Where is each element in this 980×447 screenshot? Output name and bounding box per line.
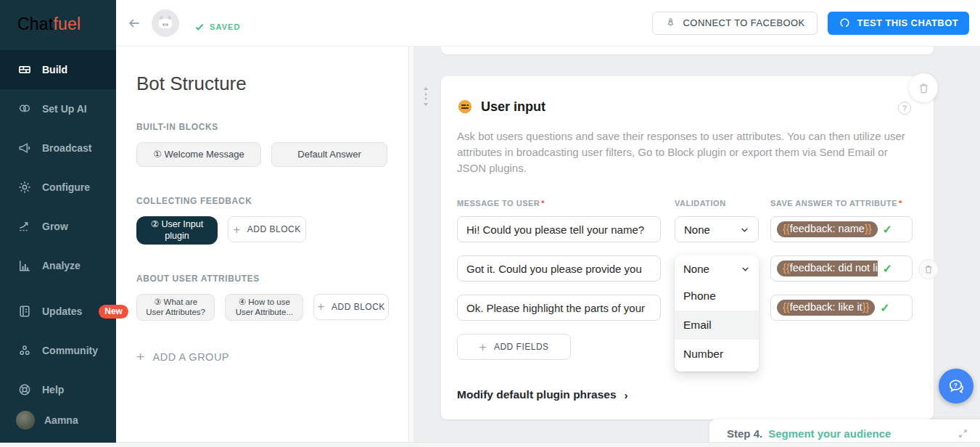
user-avatar (16, 411, 35, 430)
sidebar-item-build[interactable]: Build (0, 50, 116, 89)
sidebar-item-label: Updates (42, 305, 82, 317)
validation-select[interactable]: None (675, 216, 759, 242)
dropdown-option-email[interactable]: Email (675, 311, 759, 340)
save-answer-to-attribute-field[interactable]: {{feedback: like it}} ✓ (770, 295, 913, 321)
section-heading-collecting-feedback: COLLECTING FEEDBACK (136, 196, 389, 206)
step-number: Step 4. (727, 427, 762, 440)
dropdown-option-number[interactable]: Number (675, 340, 759, 369)
help-chat-button[interactable]: ? (939, 369, 973, 403)
delete-row-button[interactable] (918, 259, 939, 279)
back-arrow-icon[interactable] (126, 15, 142, 31)
chevron-down-icon (740, 225, 749, 234)
sidebar-item-updates[interactable]: Updates New (0, 292, 116, 331)
plugin-help-icon[interactable]: ? (898, 102, 911, 115)
save-answer-to-attribute-field[interactable]: {{feedback: name}} ✓ (770, 216, 913, 242)
attribute-pill[interactable]: {{feedback: did not li (777, 261, 878, 276)
message-to-user-input[interactable] (457, 255, 661, 282)
delete-plugin-button[interactable] (909, 73, 938, 102)
updates-journal-icon (17, 304, 32, 319)
community-icon (17, 343, 32, 358)
ai-brain-icon (17, 102, 32, 116)
sidebar-nav: Build Set Up AI Broadcast Configure (0, 50, 116, 409)
block-user-input-plugin-selected[interactable]: ② User Input plugin (136, 216, 218, 245)
block-what-are-user-attributes[interactable]: ③ What are User Attributes? (136, 294, 215, 321)
step-link[interactable]: Segment your audience (768, 427, 891, 440)
bot-avatar[interactable] (152, 9, 179, 37)
bot-structure-panel: Bot Structure BUILT-IN BLOCKS ① Welcome … (116, 46, 413, 443)
message-to-user-input[interactable] (457, 295, 661, 321)
block-label: User Input plugin (162, 219, 204, 241)
block-number: ② (151, 219, 162, 229)
sidebar-item-community[interactable]: Community (0, 331, 116, 370)
sidebar-item-broadcast[interactable]: Broadcast (0, 128, 116, 168)
connect-to-facebook-button[interactable]: CONNECT TO FACEBOOK (652, 12, 818, 35)
required-mark: * (541, 199, 545, 208)
valid-check-icon: ✓ (880, 301, 889, 315)
sidebar-item-label: Set Up AI (42, 103, 87, 115)
sidebar-item-label: Analyze (42, 260, 81, 271)
add-fields-button[interactable]: + ADD FIELDS (457, 334, 571, 360)
block-default-answer[interactable]: Default Answer (271, 142, 387, 167)
expand-icon[interactable] (958, 428, 968, 439)
add-fields-label: ADD FIELDS (494, 342, 549, 352)
modify-link-label: Modify default plugin phrases (457, 388, 617, 401)
dropdown-option-label: None (683, 263, 709, 275)
dropdown-option-phone[interactable]: Phone (675, 282, 759, 311)
block-how-to-use-user-attribute[interactable]: ④ How to use User Attribute... (225, 294, 303, 321)
validation-dropdown-selected[interactable]: None (675, 255, 759, 282)
horizontal-scrollbar[interactable] (0, 442, 980, 447)
modify-default-plugin-phrases-link[interactable]: Modify default plugin phrases › (457, 388, 628, 401)
app-screen: Chatfuel Build Set Up AI Broadcast (0, 0, 980, 447)
column-label-message: MESSAGE TO USER* (457, 199, 545, 208)
sidebar-item-configure[interactable]: Configure (0, 168, 116, 207)
block-label: Default Answer (297, 149, 361, 161)
robot-face-icon (156, 14, 175, 33)
chevron-down-icon (741, 264, 750, 274)
test-this-chatbot-button[interactable]: TEST THIS CHATBOT (828, 12, 969, 35)
growth-arrow-icon (17, 219, 32, 234)
block-number: ① (153, 149, 164, 160)
attribute-pill[interactable]: {{feedback: name}} (777, 221, 878, 237)
plus-icon: + (479, 341, 486, 353)
sidebar-item-label: Broadcast (42, 142, 91, 154)
sidebar-item-grow[interactable]: Grow (0, 207, 116, 246)
user-input-plugin-icon (457, 99, 473, 115)
sidebar-item-set-up-ai[interactable]: Set Up AI (0, 89, 116, 128)
add-block-button[interactable]: + ADD BLOCK (313, 294, 389, 320)
plugin-header: User input (457, 99, 545, 115)
sidebar-user-account[interactable]: Aamna (0, 401, 116, 440)
attribute-pill[interactable]: {{feedback: like it}} (777, 300, 875, 316)
chevron-right-icon: › (625, 389, 628, 401)
add-block-button[interactable]: + ADD BLOCK (228, 216, 306, 242)
logo-fuel: fuel (53, 15, 81, 33)
megaphone-icon (17, 141, 32, 155)
block-welcome-message[interactable]: ① Welcome Message (136, 142, 261, 167)
new-badge: New (99, 305, 128, 319)
saved-label: SAVED (210, 22, 241, 31)
plus-icon: + (318, 300, 325, 313)
top-header: SAVED CONNECT TO FACEBOOK TEST THIS CHAT… (116, 0, 980, 46)
about-user-attributes-row: ③ What are User Attributes? ④ How to use… (136, 294, 389, 321)
panel-scrollbar[interactable] (408, 46, 413, 443)
valid-check-icon: ✓ (883, 223, 892, 237)
add-a-group-button[interactable]: + ADD A GROUP (136, 350, 389, 364)
drag-handle-icon[interactable] (421, 86, 431, 110)
add-block-label: ADD BLOCK (247, 224, 301, 234)
column-label-attribute: SAVE ANSWER TO ATTRIBUTE* (770, 199, 902, 208)
user-name: Aamna (44, 414, 78, 426)
test-this-chatbot-label: TEST THIS CHATBOT (857, 17, 958, 28)
validation-dropdown-menu: None Phone Email Number (675, 255, 759, 372)
section-heading-about-user-attributes: ABOUT USER ATTRIBUTES (136, 274, 389, 284)
built-in-blocks-row: ① Welcome Message Default Answer (136, 142, 389, 167)
sidebar-item-analyze[interactable]: Analyze (0, 246, 116, 285)
sidebar: Chatfuel Build Set Up AI Broadcast (0, 0, 116, 443)
save-answer-to-attribute-field[interactable]: {{feedback: did not li ✓ (770, 255, 913, 282)
chatfuel-logo[interactable]: Chatfuel (0, 0, 116, 34)
sidebar-item-label: Help (42, 384, 64, 395)
message-to-user-input[interactable] (457, 216, 661, 242)
build-blocks-icon (17, 62, 32, 77)
valid-check-icon: ✓ (883, 262, 892, 276)
rocket-icon (664, 17, 677, 29)
add-a-group-label: ADD A GROUP (153, 351, 229, 363)
trash-icon (923, 264, 934, 274)
